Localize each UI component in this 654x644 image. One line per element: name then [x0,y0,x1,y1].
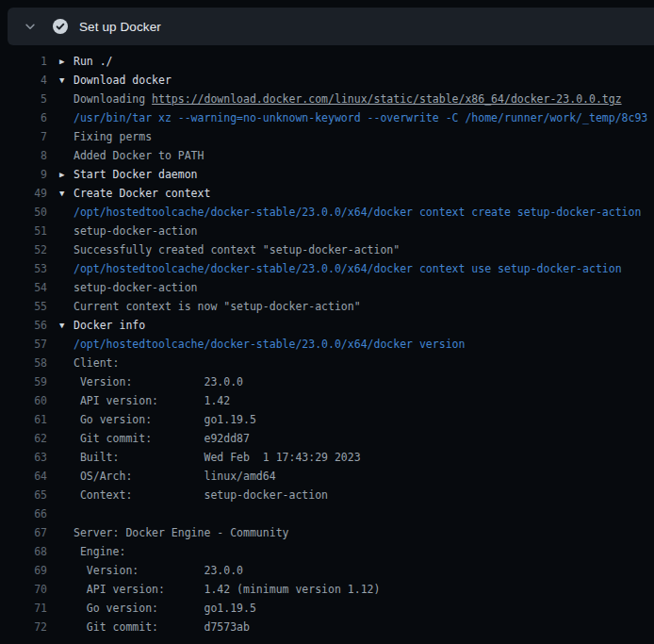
step-title: Set up Docker [79,20,161,34]
gutter-spacer [59,486,74,504]
line-number[interactable]: 66 [0,504,47,523]
log-text: Git commit: e92dd87 [74,429,250,448]
log-line: 63 Built: Wed Feb 1 17:43:29 2023 [0,448,654,467]
log-text: Added Docker to PATH [74,146,204,165]
line-number[interactable]: 57 [0,335,47,354]
line-number[interactable]: 68 [0,542,47,561]
log-text: setup-docker-action [74,278,198,297]
triangle-down-icon[interactable]: ▼ [59,184,74,203]
gutter-spacer [59,108,74,127]
line-number[interactable]: 6 [0,108,47,127]
log-line: 65 Context: setup-docker-action [0,486,654,504]
group-title: Start Docker daemon [74,165,198,184]
gutter-spacer [59,467,74,486]
log-lines: 1▶Run ./4▼Download docker5Downloading ht… [0,45,654,636]
line-number[interactable]: 53 [0,259,47,278]
triangle-down-icon[interactable]: ▼ [59,316,74,335]
line-number[interactable]: 69 [0,561,47,580]
gutter-spacer [59,372,74,391]
group-title: Run ./ [74,52,113,71]
line-number[interactable]: 50 [0,203,47,222]
group-title: Create Docker context [74,184,210,203]
gutter-spacer [59,127,74,146]
gutter-spacer [59,259,74,278]
log-text: Current context is now "setup-docker-act… [74,297,361,316]
line-number[interactable]: 67 [0,523,47,542]
line-number[interactable]: 49 [0,184,47,203]
triangle-right-icon[interactable]: ▶ [59,52,74,71]
gutter-spacer [59,222,74,240]
log-line: 72 Git commit: d7573ab [0,618,654,636]
line-number[interactable]: 64 [0,467,47,486]
log-text: Client: [74,354,119,372]
line-number[interactable]: 65 [0,486,47,504]
line-number[interactable]: 5 [0,90,47,108]
line-number[interactable]: 62 [0,429,47,448]
log-line: 62 Git commit: e92dd87 [0,429,654,448]
gutter-spacer [59,391,74,410]
line-number[interactable]: 9 [0,165,47,184]
line-number[interactable]: 56 [0,316,47,335]
line-number[interactable]: 71 [0,599,47,618]
gutter-spacer [59,297,74,316]
log-group-row[interactable]: 56▼Docker info [0,316,654,335]
command-text: /usr/bin/tar xz --warning=no-unknown-key… [74,108,647,127]
log-text: Context: setup-docker-action [74,486,328,504]
line-number[interactable]: 58 [0,354,47,372]
log-group-row[interactable]: 49▼Create Docker context [0,184,654,203]
log-text: Go version: go1.19.5 [74,410,256,429]
log-line: 54setup-docker-action [0,278,654,297]
log-line: 60 API version: 1.42 [0,391,654,410]
log-group-row[interactable]: 4▼Download docker [0,71,654,90]
line-number[interactable]: 72 [0,618,47,636]
gutter-spacer [59,335,74,354]
log-line: 61 Go version: go1.19.5 [0,410,654,429]
log-line: 7Fixing perms [0,127,654,146]
log-line: 51setup-docker-action [0,222,654,240]
gutter-spacer [59,240,74,259]
log-line: 8Added Docker to PATH [0,146,654,165]
step-header[interactable]: Set up Docker [8,8,654,45]
line-number[interactable]: 4 [0,71,47,90]
line-number[interactable]: 59 [0,372,47,391]
log-text: Version: 23.0.0 [74,561,243,580]
log-line: 5Downloading https://download.docker.com… [0,90,654,108]
gutter-spacer [59,354,74,372]
line-number[interactable]: 54 [0,278,47,297]
gutter-spacer [59,90,74,108]
group-title: Download docker [74,71,172,90]
log-line: 58Client: [0,354,654,372]
check-circle-icon [53,19,68,34]
gutter-spacer [59,203,74,222]
line-number[interactable]: 1 [0,52,47,71]
line-number[interactable]: 70 [0,580,47,599]
line-number[interactable]: 52 [0,240,47,259]
line-number[interactable]: 61 [0,410,47,429]
triangle-down-icon[interactable]: ▼ [59,71,74,90]
log-line: 57/opt/hostedtoolcache/docker-stable/23.… [0,335,654,354]
line-number[interactable]: 7 [0,127,47,146]
log-line: 53/opt/hostedtoolcache/docker-stable/23.… [0,259,654,278]
line-number[interactable]: 63 [0,448,47,467]
triangle-right-icon[interactable]: ▶ [59,165,74,184]
line-number[interactable]: 55 [0,297,47,316]
log-line: 71 Go version: go1.19.5 [0,599,654,618]
command-text: /opt/hostedtoolcache/docker-stable/23.0.… [74,335,465,354]
log-text: Git commit: d7573ab [74,618,250,636]
gutter-spacer [59,618,74,636]
log-line: 66 [0,504,654,523]
gutter-spacer [59,599,74,618]
line-number[interactable]: 51 [0,222,47,240]
log-group-row[interactable]: 9▶Start Docker daemon [0,165,654,184]
log-line: 52Successfully created context "setup-do… [0,240,654,259]
chevron-down-icon[interactable] [23,19,38,34]
log-text: API version: 1.42 (minimum version 1.12) [74,580,380,599]
line-number[interactable]: 8 [0,146,47,165]
line-number[interactable]: 60 [0,391,47,410]
gutter-spacer [59,504,74,523]
log-group-row[interactable]: 1▶Run ./ [0,52,654,71]
log-text: setup-docker-action [74,222,198,240]
log-link[interactable]: https://download.docker.com/linux/static… [152,90,622,108]
log-line: 55Current context is now "setup-docker-a… [0,297,654,316]
gutter-spacer [59,542,74,561]
